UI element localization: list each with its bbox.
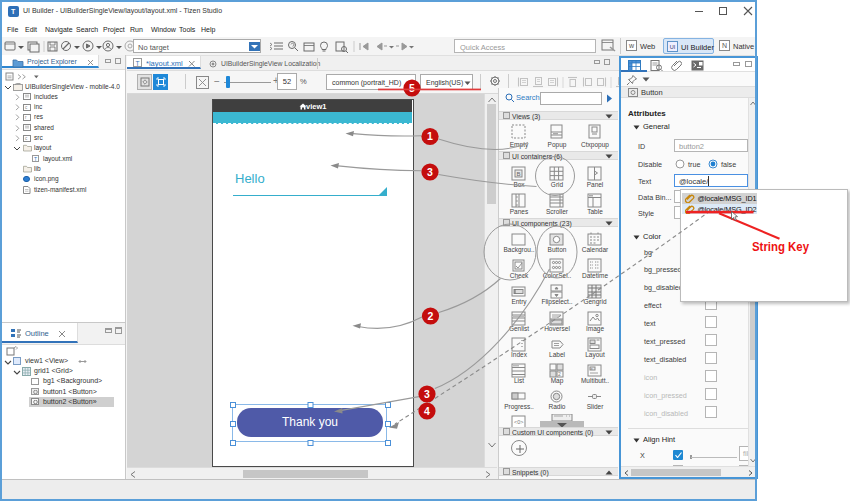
svg-text:5: 5 [409, 82, 415, 94]
svg-text:2: 2 [428, 310, 434, 322]
svg-text:1: 1 [427, 130, 433, 142]
svg-text:3: 3 [424, 388, 430, 400]
svg-text:4: 4 [424, 405, 430, 417]
svg-text:3: 3 [427, 166, 433, 178]
svg-text:String Key: String Key [752, 239, 810, 254]
